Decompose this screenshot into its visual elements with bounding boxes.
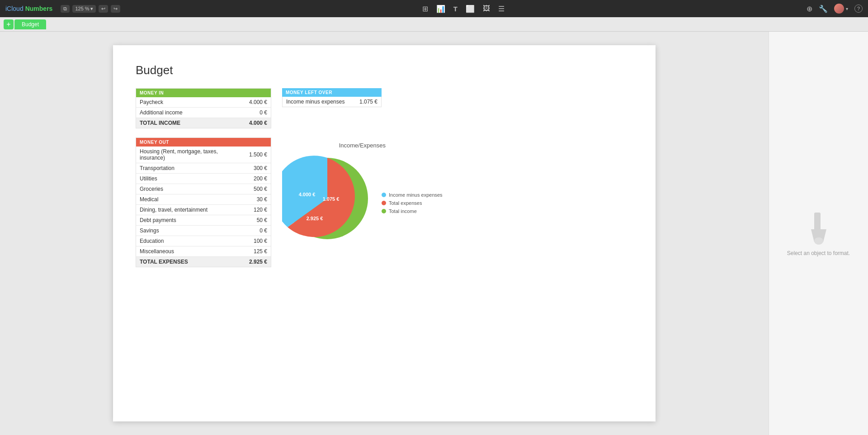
- income-minus-expenses-value[interactable]: 1.075 €: [350, 99, 377, 105]
- image-icon[interactable]: 🖼: [483, 5, 490, 13]
- svg-rect-1: [814, 213, 821, 231]
- total-income-label: TOTAL INCOME: [140, 120, 180, 126]
- money-in-table: MONEY IN Paycheck 4.000 € Additional inc…: [136, 88, 271, 128]
- debt-value[interactable]: 50 €: [240, 217, 267, 223]
- collab-icon[interactable]: ⊕: [807, 5, 812, 13]
- add-sheet-button[interactable]: +: [4, 19, 14, 29]
- table-row: Savings 0 €: [136, 226, 271, 236]
- total-income-row: TOTAL INCOME 4.000 €: [136, 118, 271, 128]
- svg-point-3: [814, 237, 823, 245]
- legend-item-leftover: Income minus expenses: [382, 192, 443, 198]
- education-value[interactable]: 100 €: [240, 238, 267, 244]
- chart-label-expenses: 2.925 €: [307, 216, 323, 221]
- main-area: Budget MONEY IN Paycheck 4.000 € Additio…: [0, 32, 868, 435]
- total-income-value: 4.000 €: [240, 120, 267, 126]
- total-expenses-label: TOTAL EXPENSES: [140, 259, 188, 265]
- paycheck-label: Paycheck: [140, 99, 163, 105]
- table-row: Paycheck 4.000 €: [136, 97, 271, 108]
- dining-label: Dining, travel, entertainment: [140, 207, 208, 213]
- right-panel: Select an object to format.: [769, 32, 868, 435]
- page-title: Budget: [136, 63, 633, 77]
- chart-legend: Income minus expenses Total expenses Tot…: [382, 192, 443, 214]
- zoom-chevron: ▾: [90, 6, 93, 12]
- legend-label-expenses: Total expenses: [389, 200, 422, 206]
- chart-title: Income/Expenses: [339, 142, 386, 149]
- savings-value[interactable]: 0 €: [240, 227, 267, 234]
- budget-tab[interactable]: Budget: [14, 19, 46, 29]
- bottom-tables-row: MONEY OUT Housing (Rent, mortgage, taxes…: [136, 137, 633, 267]
- groceries-label: Groceries: [140, 186, 163, 192]
- pie-chart: 1.075 € 2.925 € 4.000 €: [282, 153, 373, 244]
- help-icon[interactable]: ?: [854, 5, 863, 13]
- topbar: iCloud Numbers ⧉ 125 % ▾ ↩ ↪ ⊞ 📊 T ⬜ 🖼 ☰…: [0, 0, 868, 17]
- topbar-tools: ⧉ 125 % ▾ ↩ ↪: [61, 5, 120, 13]
- table-row: Utilities 200 €: [136, 174, 271, 184]
- legend-dot-income: [382, 209, 386, 213]
- medical-value[interactable]: 30 €: [240, 196, 267, 203]
- education-label: Education: [140, 238, 164, 244]
- table-row: Groceries 500 €: [136, 184, 271, 194]
- table-icon[interactable]: ⊞: [422, 5, 428, 13]
- utilities-value[interactable]: 200 €: [240, 175, 267, 182]
- text-icon[interactable]: T: [453, 5, 458, 13]
- table-row: Debt payments 50 €: [136, 215, 271, 226]
- chart-icon[interactable]: 📊: [436, 5, 445, 13]
- dining-value[interactable]: 120 €: [240, 207, 267, 213]
- housing-value[interactable]: 1.500 €: [240, 151, 267, 158]
- table-row: Dining, travel, entertainment 120 €: [136, 205, 271, 215]
- window-button[interactable]: ⧉: [61, 5, 70, 13]
- redo-button[interactable]: ↪: [111, 5, 120, 13]
- legend-item-expenses: Total expenses: [382, 200, 443, 206]
- money-out-table: MONEY OUT Housing (Rent, mortgage, taxes…: [136, 137, 271, 267]
- chart-label-income: 4.000 €: [299, 192, 316, 197]
- shape-icon[interactable]: ⬜: [466, 5, 475, 13]
- chart-wrapper: 1.075 € 2.925 € 4.000 € Income minus exp…: [282, 153, 443, 244]
- total-expenses-row: TOTAL EXPENSES 2.925 €: [136, 257, 271, 267]
- table-row: Miscellaneous 125 €: [136, 246, 271, 257]
- zoom-value: 125 %: [75, 6, 89, 11]
- table-row: Additional income 0 €: [136, 108, 271, 118]
- paycheck-value[interactable]: 4.000 €: [240, 99, 267, 105]
- media-icon[interactable]: ☰: [498, 5, 505, 13]
- sheet-page: Budget MONEY IN Paycheck 4.000 € Additio…: [113, 45, 656, 421]
- housing-label: Housing (Rent, mortgage, taxes, insuranc…: [140, 148, 240, 161]
- icloud-label: iCloud: [5, 5, 24, 12]
- right-panel-message: Select an object to format.: [787, 250, 850, 256]
- app-brand: iCloud Numbers: [5, 5, 52, 12]
- groceries-value[interactable]: 500 €: [240, 186, 267, 192]
- transportation-value[interactable]: 300 €: [240, 165, 267, 171]
- savings-label: Savings: [140, 227, 159, 234]
- tabbar: + Budget: [0, 17, 868, 32]
- medical-label: Medical: [140, 196, 158, 203]
- numbers-label: Numbers: [25, 5, 53, 12]
- user-avatar: [834, 4, 844, 14]
- additional-income-value[interactable]: 0 €: [240, 109, 267, 116]
- table-row: Education 100 €: [136, 236, 271, 246]
- zoom-button[interactable]: 125 % ▾: [72, 5, 95, 13]
- chart-label-leftover: 1.075 €: [323, 196, 340, 202]
- legend-item-income: Total income: [382, 208, 443, 214]
- money-in-header: MONEY IN: [136, 89, 271, 97]
- miscellaneous-value[interactable]: 125 €: [240, 248, 267, 255]
- additional-income-label: Additional income: [140, 109, 183, 116]
- insert-tools: ⊞ 📊 T ⬜ 🖼 ☰: [422, 5, 505, 13]
- wrench-icon[interactable]: 🔧: [819, 5, 828, 13]
- legend-label-income: Total income: [389, 208, 417, 214]
- undo-button[interactable]: ↩: [99, 5, 108, 13]
- canvas-area: Budget MONEY IN Paycheck 4.000 € Additio…: [0, 32, 769, 435]
- utilities-label: Utilities: [140, 175, 157, 182]
- money-left-table: MONEY LEFT OVER Income minus expenses 1.…: [282, 88, 382, 128]
- legend-dot-expenses: [382, 201, 386, 205]
- legend-dot-leftover: [382, 193, 386, 197]
- transportation-label: Transportation: [140, 165, 175, 171]
- user-area[interactable]: ▾: [834, 4, 848, 14]
- chart-container: Income/Expenses: [282, 137, 443, 267]
- legend-label-leftover: Income minus expenses: [389, 192, 443, 198]
- user-chevron: ▾: [846, 6, 848, 11]
- table-row: Medical 30 €: [136, 194, 271, 205]
- right-tools: ⊕ 🔧 ▾ ?: [807, 4, 863, 14]
- income-minus-expenses-label: Income minus expenses: [286, 99, 344, 105]
- table-row: Transportation 300 €: [136, 163, 271, 174]
- table-row: Housing (Rent, mortgage, taxes, insuranc…: [136, 147, 271, 163]
- top-tables-row: MONEY IN Paycheck 4.000 € Additional inc…: [136, 88, 633, 128]
